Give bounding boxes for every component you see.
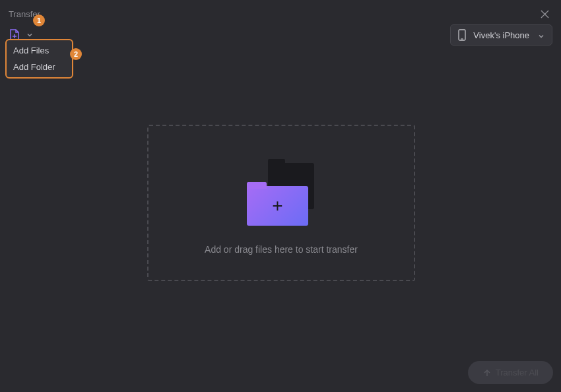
close-icon (541, 10, 549, 18)
transfer-icon (482, 368, 492, 377)
chevron-down-icon (537, 31, 545, 39)
transfer-all-button[interactable]: Transfer All (468, 361, 553, 384)
annotation-badge-2: 2 (70, 48, 82, 60)
add-dropdown-menu: Add Files Add Folder (5, 39, 73, 79)
device-name-label: Vivek's iPhone (473, 30, 529, 40)
menu-item-add-folder[interactable]: Add Folder (7, 59, 72, 75)
chevron-down-icon (26, 32, 33, 38)
annotation-badge-1: 1 (33, 15, 45, 26)
folder-icon: + (247, 163, 315, 226)
device-selector[interactable]: Vivek's iPhone (450, 24, 552, 46)
close-button[interactable] (538, 7, 551, 20)
plus-icon: + (272, 197, 282, 215)
drop-zone-text: Add or drag files here to start transfer (205, 244, 358, 255)
menu-item-add-files[interactable]: Add Files (7, 42, 72, 59)
drop-zone[interactable]: + Add or drag files here to start transf… (147, 125, 415, 281)
phone-icon (457, 29, 467, 41)
transfer-button-label: Transfer All (496, 368, 539, 377)
